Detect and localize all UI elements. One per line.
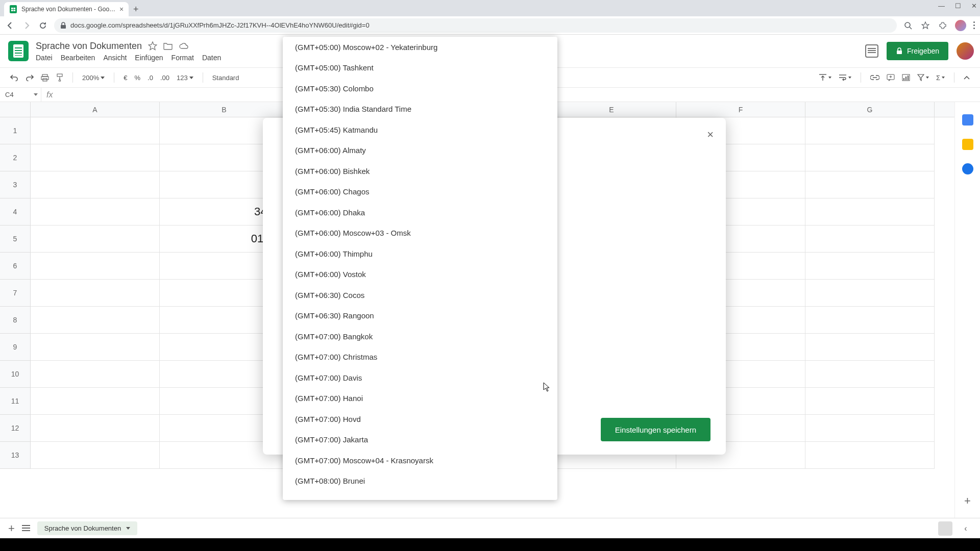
comments-icon[interactable] [865,44,878,58]
forward-icon[interactable] [21,20,32,31]
cell[interactable] [805,334,935,361]
cell[interactable] [805,198,935,226]
col-header[interactable]: A [31,102,160,117]
timezone-option[interactable]: (GMT+06:00) Chagos [283,182,557,203]
save-settings-button[interactable]: Einstellungen speichern [601,418,710,441]
row-header[interactable]: 11 [0,388,31,415]
timezone-option[interactable]: (GMT+06:00) Almaty [283,140,557,161]
row-header[interactable]: 4 [0,198,31,226]
share-button[interactable]: Freigeben [887,42,948,60]
name-box[interactable]: C4 [0,91,41,98]
menu-bearbeiten[interactable]: Bearbeiten [61,54,95,62]
row-header[interactable]: 3 [0,171,31,198]
timezone-option[interactable]: (GMT+05:45) Katmandu [283,119,557,140]
window-close-icon[interactable]: ✕ [971,2,977,10]
currency-button[interactable]: € [124,74,127,82]
col-header[interactable]: F [676,102,805,117]
extensions-icon[interactable] [938,20,948,31]
cell[interactable] [31,253,160,280]
filter-icon[interactable] [917,74,929,81]
row-header[interactable]: 7 [0,280,31,307]
undo-icon[interactable] [10,74,18,81]
timezone-option[interactable]: (GMT+05:00) Moscow+02 - Yekaterinburg [283,37,557,58]
timezone-list[interactable]: (GMT+05:00) Moscow+02 - Yekaterinburg(GM… [283,37,557,500]
timezone-option[interactable]: (GMT+06:00) Bishkek [283,161,557,182]
col-header[interactable]: B [160,102,289,117]
zoom-select[interactable]: 200% [82,74,105,82]
row-header[interactable]: 13 [0,442,31,469]
tab-close-icon[interactable]: × [119,5,124,13]
cloud-status-icon[interactable] [179,42,189,49]
timezone-option[interactable]: (GMT+07:00) Christmas [283,347,557,368]
col-header[interactable]: E [547,102,676,117]
row-header[interactable]: 10 [0,361,31,388]
cell[interactable] [31,388,160,415]
font-select[interactable]: Standard [212,74,239,82]
text-wrap-icon[interactable] [839,74,851,81]
browser-tab[interactable]: Sprache von Dokumenten - Goo… × [4,2,129,16]
timezone-option[interactable]: (GMT+07:00) Jakarta [283,430,557,450]
cell[interactable] [805,144,935,171]
cell[interactable] [31,442,160,469]
cell[interactable] [31,307,160,334]
tasks-addon-icon[interactable] [962,163,973,174]
cell[interactable] [805,307,935,334]
increase-decimal-button[interactable]: .00 [160,74,169,82]
decrease-decimal-button[interactable]: .0 [148,74,153,82]
timezone-option[interactable]: (GMT+06:00) Dhaka [283,202,557,223]
cell[interactable] [805,253,935,280]
cell[interactable] [31,361,160,388]
timezone-option[interactable]: (GMT+06:30) Cocos [283,285,557,306]
percent-button[interactable]: % [134,74,140,82]
timezone-option[interactable]: (GMT+06:30) Rangoon [283,306,557,327]
cell[interactable] [31,198,160,226]
vertical-align-icon[interactable] [819,73,831,82]
row-header[interactable]: 8 [0,307,31,334]
redo-icon[interactable] [26,74,34,81]
row-header[interactable]: 9 [0,334,31,361]
add-sheet-button[interactable]: + [8,522,15,535]
keep-addon-icon[interactable] [962,139,973,150]
menu-datei[interactable]: Datei [36,54,53,62]
timezone-option[interactable]: (GMT+07:00) Bangkok [283,326,557,347]
menu-daten[interactable]: Daten [202,54,221,62]
timezone-option[interactable]: (GMT+07:00) Moscow+04 - Krasnoyarsk [283,450,557,471]
profile-avatar-icon[interactable] [955,20,966,31]
row-header[interactable]: 2 [0,144,31,171]
timezone-option[interactable]: (GMT+06:00) Thimphu [283,243,557,264]
insert-comment-icon[interactable] [887,74,895,81]
document-title[interactable]: Sprache von Dokumenten [36,41,142,52]
timezone-option[interactable]: (GMT+06:00) Vostok [283,264,557,285]
timezone-option[interactable]: (GMT+08:00) Brunei [283,471,557,492]
cell[interactable] [31,280,160,307]
new-tab-button[interactable]: + [129,2,143,16]
zoom-indicator-icon[interactable] [903,20,913,31]
cell[interactable] [805,361,935,388]
menu-einfuegen[interactable]: Einfügen [135,54,163,62]
close-icon[interactable]: × [707,128,714,141]
menu-ansicht[interactable]: Ansicht [103,54,127,62]
all-sheets-icon[interactable] [22,524,30,533]
explore-button[interactable] [938,521,952,536]
back-icon[interactable] [5,20,15,31]
timezone-option[interactable]: (GMT+06:00) Moscow+03 - Omsk [283,223,557,244]
select-all-corner[interactable] [0,102,31,117]
window-maximize-icon[interactable]: ☐ [955,2,961,10]
row-header[interactable]: 1 [0,117,31,144]
cell[interactable] [31,171,160,198]
move-folder-icon[interactable] [163,42,173,50]
cell[interactable] [805,117,935,144]
chrome-menu-icon[interactable] [973,21,975,29]
timezone-option[interactable]: (GMT+07:00) Hanoi [283,388,557,409]
add-addon-icon[interactable]: + [964,494,971,508]
cell[interactable] [31,226,160,253]
sheet-tab[interactable]: Sprache von Dokumenten [37,521,137,535]
cell[interactable] [805,171,935,198]
collapse-toolbar-icon[interactable] [964,76,970,80]
star-icon[interactable] [148,41,157,51]
timezone-option[interactable]: (GMT+05:30) India Standard Time [283,99,557,120]
cell[interactable] [805,415,935,442]
reload-icon[interactable] [38,20,48,31]
cell[interactable] [805,280,935,307]
insert-link-icon[interactable] [870,75,879,80]
